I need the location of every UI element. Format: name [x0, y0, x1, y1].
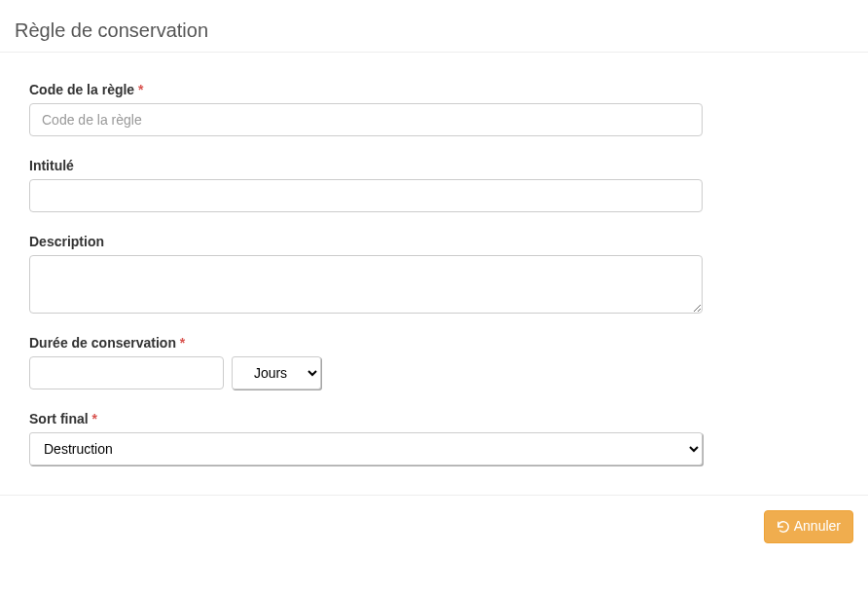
- code-label: Code de la règle *: [29, 82, 839, 97]
- required-star: *: [138, 82, 143, 97]
- code-label-text: Code de la règle: [29, 82, 134, 97]
- description-label: Description: [29, 234, 839, 249]
- final-select[interactable]: Destruction: [29, 432, 703, 465]
- final-label-text: Sort final: [29, 411, 89, 426]
- field-duration: Durée de conservation * Jours: [29, 335, 839, 389]
- intitule-label: Intitulé: [29, 158, 839, 173]
- required-star: *: [180, 335, 185, 351]
- cancel-button[interactable]: Annuler: [764, 510, 853, 543]
- undo-icon: [777, 520, 790, 534]
- final-label: Sort final *: [29, 411, 839, 426]
- cancel-button-label: Annuler: [794, 517, 841, 537]
- page-title: Règle de conservation: [15, 19, 853, 42]
- form-footer: Annuler: [0, 496, 868, 558]
- duration-unit-select[interactable]: Jours: [232, 356, 321, 389]
- duration-number-input[interactable]: [29, 356, 224, 389]
- duration-row: Jours: [29, 356, 839, 389]
- intitule-input[interactable]: [29, 179, 703, 212]
- field-intitule: Intitulé: [29, 158, 839, 212]
- field-code: Code de la règle *: [29, 82, 839, 136]
- duration-label-text: Durée de conservation: [29, 335, 176, 351]
- field-final: Sort final * Destruction: [29, 411, 839, 465]
- field-description: Description: [29, 234, 839, 314]
- form-body: Code de la règle * Intitulé Description …: [0, 53, 868, 496]
- code-input[interactable]: [29, 103, 703, 136]
- page-header: Règle de conservation: [0, 0, 868, 53]
- description-textarea[interactable]: [29, 255, 703, 314]
- duration-label: Durée de conservation *: [29, 335, 839, 351]
- required-star: *: [92, 411, 97, 426]
